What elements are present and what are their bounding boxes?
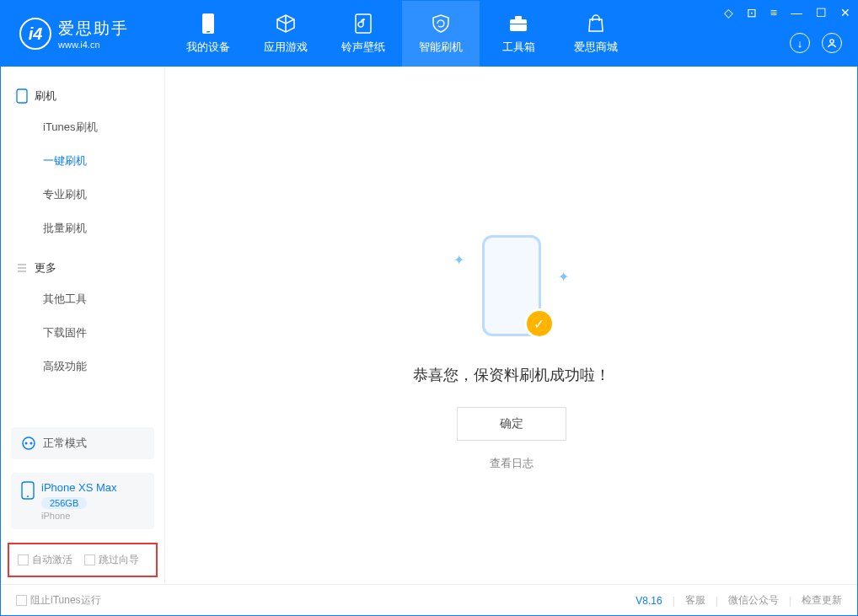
ok-button[interactable]: 确定 xyxy=(457,407,566,441)
checkmark-badge-icon: ✓ xyxy=(527,311,552,336)
svg-rect-1 xyxy=(206,31,210,33)
main-content: ✦ ✦ ✓ 恭喜您，保资料刷机成功啦！ 确定 查看日志 xyxy=(165,67,857,584)
device-capacity-badge: 256GB xyxy=(41,497,87,509)
sync-icon xyxy=(21,436,36,451)
sidebar-item-onekey-flash[interactable]: 一键刷机 xyxy=(1,144,164,178)
sidebar-item-batch-flash[interactable]: 批量刷机 xyxy=(1,212,164,245)
svg-point-9 xyxy=(25,442,28,445)
device-name: iPhone XS Max xyxy=(41,481,117,494)
svg-rect-4 xyxy=(515,16,522,19)
shield-refresh-icon xyxy=(430,13,452,35)
minimize-button[interactable]: — xyxy=(789,6,804,19)
nav-apps-games[interactable]: 应用游戏 xyxy=(247,1,324,67)
checkbox-block-itunes[interactable]: 阻止iTunes运行 xyxy=(16,593,101,608)
logo-icon: i4 xyxy=(19,18,51,50)
footer-link-wechat[interactable]: 微信公众号 xyxy=(728,593,779,608)
shirt-icon[interactable]: ◇ xyxy=(722,6,735,19)
brand-title: 爱思助手 xyxy=(58,18,129,40)
checkbox-auto-activate[interactable]: 自动激活 xyxy=(18,553,72,567)
device-card[interactable]: iPhone XS Max 256GB iPhone xyxy=(11,473,154,529)
feedback-icon[interactable]: ⊡ xyxy=(745,6,759,19)
logo-block[interactable]: i4 爱思助手 www.i4.cn xyxy=(1,18,169,50)
header: i4 爱思助手 www.i4.cn 我的设备 应用游戏 铃声壁纸 智能刷机 工具… xyxy=(1,1,857,67)
options-box: 自动激活 跳过向导 xyxy=(8,543,158,577)
footer-link-update[interactable]: 检查更新 xyxy=(802,593,842,608)
phone-small-icon xyxy=(21,481,35,500)
sidebar-item-download-fw[interactable]: 下载固件 xyxy=(1,316,164,350)
svg-rect-3 xyxy=(510,19,527,31)
mode-label: 正常模式 xyxy=(43,436,87,451)
svg-rect-0 xyxy=(202,13,214,34)
mode-card[interactable]: 正常模式 xyxy=(11,427,154,459)
nav-my-device[interactable]: 我的设备 xyxy=(169,1,247,67)
nav-label: 我的设备 xyxy=(186,40,230,55)
svg-point-8 xyxy=(23,437,35,449)
nav-smart-flash[interactable]: 智能刷机 xyxy=(402,1,480,67)
svg-point-12 xyxy=(27,495,29,497)
sidebar-section-flash[interactable]: 刷机 xyxy=(1,82,164,110)
download-button[interactable]: ↓ xyxy=(790,33,810,53)
nav-ring-wallpaper[interactable]: 铃声壁纸 xyxy=(324,1,402,67)
maximize-button[interactable]: ☐ xyxy=(814,6,829,19)
sparkle-icon: ✦ xyxy=(453,252,466,265)
nav-toolbox[interactable]: 工具箱 xyxy=(480,1,557,67)
sparkle-icon: ✦ xyxy=(557,269,571,282)
phone-icon xyxy=(197,13,219,35)
svg-rect-5 xyxy=(510,24,527,24)
briefcase-icon xyxy=(507,13,529,35)
sidebar-section-more[interactable]: 更多 xyxy=(1,254,164,282)
music-file-icon xyxy=(352,13,374,35)
nav-store[interactable]: 爱思商城 xyxy=(557,1,635,67)
footer: 阻止iTunes运行 V8.16 | 客服 | 微信公众号 | 检查更新 xyxy=(1,584,857,616)
nav-label: 工具箱 xyxy=(502,40,535,55)
brand-subtitle: www.i4.cn xyxy=(58,40,129,50)
nav-label: 爱思商城 xyxy=(574,40,618,55)
sidebar-item-itunes-flash[interactable]: iTunes刷机 xyxy=(1,110,164,144)
svg-point-10 xyxy=(30,442,33,445)
phone-outline-icon xyxy=(16,88,28,104)
footer-link-service[interactable]: 客服 xyxy=(685,593,705,608)
cube-icon xyxy=(275,13,297,35)
nav: 我的设备 应用游戏 铃声壁纸 智能刷机 工具箱 爱思商城 xyxy=(169,1,635,67)
svg-rect-7 xyxy=(17,89,27,103)
success-message: 恭喜您，保资料刷机成功啦！ xyxy=(413,365,610,385)
sidebar-item-advanced[interactable]: 高级功能 xyxy=(1,350,164,383)
window-controls: ◇ ⊡ ≡ — ☐ ✕ xyxy=(722,6,852,19)
checkbox-skip-guide[interactable]: 跳过向导 xyxy=(84,553,139,567)
close-button[interactable]: ✕ xyxy=(839,6,852,19)
view-log-link[interactable]: 查看日志 xyxy=(413,456,610,471)
success-illustration: ✦ ✦ ✓ xyxy=(453,235,571,345)
menu-icon[interactable]: ≡ xyxy=(769,6,779,19)
nav-label: 智能刷机 xyxy=(419,40,463,55)
sidebar: 刷机 iTunes刷机 一键刷机 专业刷机 批量刷机 更多 其他工具 下载固件 … xyxy=(1,67,165,584)
sidebar-item-other-tools[interactable]: 其他工具 xyxy=(1,282,164,316)
list-icon xyxy=(16,262,28,274)
user-button[interactable] xyxy=(822,33,842,53)
version-label: V8.16 xyxy=(635,595,662,607)
account-icons: ↓ xyxy=(790,33,842,53)
bag-icon xyxy=(585,13,607,35)
svg-point-6 xyxy=(830,40,834,43)
device-type: iPhone xyxy=(41,511,117,521)
nav-label: 铃声壁纸 xyxy=(341,40,385,55)
nav-label: 应用游戏 xyxy=(264,40,308,55)
sidebar-item-pro-flash[interactable]: 专业刷机 xyxy=(1,178,164,212)
